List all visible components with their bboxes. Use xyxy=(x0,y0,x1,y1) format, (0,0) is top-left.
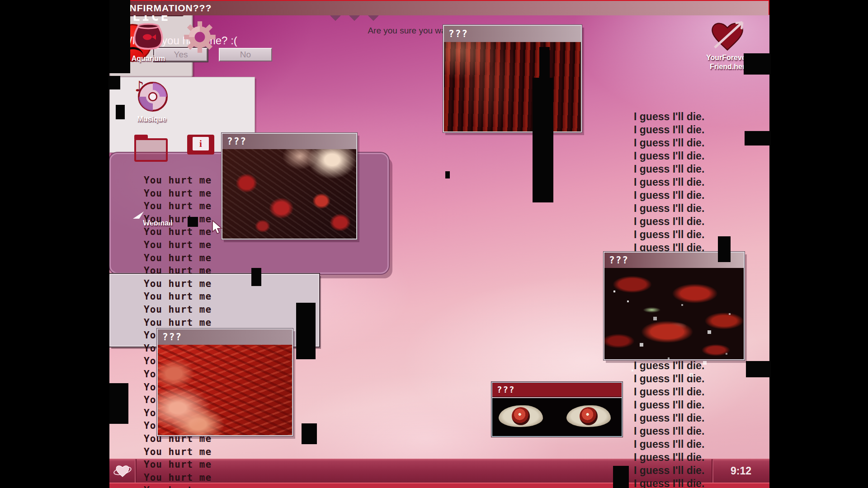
right-eye xyxy=(566,405,611,427)
die-line: I guess I'll die. xyxy=(634,230,704,240)
aquarium-icon[interactable]: Aquarium xyxy=(127,20,169,63)
border-jag xyxy=(116,105,125,119)
hurt-line: You hurt me xyxy=(144,266,212,276)
hurt-line: You hurt me xyxy=(144,202,212,211)
mystery-bottom-left-titlebar[interactable]: ??? xyxy=(158,329,292,345)
glitch-bar xyxy=(533,78,553,202)
die-line: I guess I'll die. xyxy=(634,151,704,161)
mystery-top-titlebar[interactable]: ??? xyxy=(444,26,581,42)
mystery-window-right: ??? xyxy=(604,252,745,360)
die-line: I guess I'll die. xyxy=(634,177,704,188)
send-arrow-icon xyxy=(133,211,144,219)
hurt-line: You hurt me xyxy=(144,473,212,483)
mystery-window-bottom-left: ??? xyxy=(157,328,293,436)
hurt-line: You hurt me xyxy=(144,176,212,185)
flesh-image-top xyxy=(444,42,581,131)
glitch-bar xyxy=(188,217,198,227)
glitch-bar xyxy=(539,47,550,79)
info-floppy-icon[interactable]: i xyxy=(187,135,214,155)
glitch-bar xyxy=(302,423,317,444)
die-line: I guess I'll die. xyxy=(634,190,704,201)
eyes-titlebar[interactable]: ??? xyxy=(492,383,622,397)
die-line: I guess I'll die. xyxy=(634,138,704,148)
mystery-top-title: ??? xyxy=(448,28,468,39)
die-line: I guess I'll die. xyxy=(634,203,704,214)
start-button[interactable] xyxy=(109,459,137,483)
die-line: I guess I'll die. xyxy=(634,125,704,135)
hurt-line: You hurt me xyxy=(144,460,212,469)
hurt-line: You hurt me xyxy=(144,253,212,263)
die-line: I guess I'll die. xyxy=(634,400,704,410)
musique-icon[interactable]: ♪ Musique xyxy=(131,80,173,124)
settings-icon[interactable] xyxy=(182,20,218,56)
confirmation-titlebar[interactable]: CONFIRMATION??? xyxy=(110,1,769,15)
flesh-image-bottom-left xyxy=(158,345,292,435)
folder-icon[interactable] xyxy=(134,138,168,162)
die-line: I guess I'll die. xyxy=(634,387,704,397)
mystery-right-title: ??? xyxy=(609,255,629,266)
die-line: I guess I'll die. xyxy=(634,164,704,174)
cd-icon: ♪ xyxy=(133,80,171,113)
die-line: I guess I'll die. xyxy=(634,216,704,227)
die-line: I guess I'll die. xyxy=(634,439,704,450)
hurt-line: You hurt me xyxy=(144,318,212,328)
glitch-bar xyxy=(251,268,261,286)
glitch-bar xyxy=(613,466,629,488)
die-line: I guess I'll die. xyxy=(634,361,704,371)
die-line: I guess I'll die. xyxy=(634,426,704,436)
die-line: I guess I'll die. xyxy=(634,413,704,423)
no-button[interactable]: No xyxy=(219,48,272,61)
hurt-line: You hurt me xyxy=(144,279,212,289)
border-jag xyxy=(746,361,771,377)
die-line: I guess I'll die. xyxy=(634,479,704,488)
border-jag xyxy=(744,53,771,75)
mystery-window-left: ??? xyxy=(222,133,357,239)
fishbowl-icon xyxy=(129,20,168,52)
glitch-pixels xyxy=(613,291,615,292)
glitch-bar xyxy=(718,236,731,262)
left-eye xyxy=(499,405,543,427)
hurt-line: You hurt me xyxy=(144,240,212,250)
start-heart-icon xyxy=(113,463,132,479)
eyes-image xyxy=(492,398,622,436)
glitch-bar xyxy=(296,303,316,359)
die-line: I guess I'll die. xyxy=(634,465,704,476)
no-label: No xyxy=(240,50,251,60)
eyes-window: ??? xyxy=(491,382,623,437)
flesh-image-right xyxy=(604,268,744,359)
heart-arrow-icon xyxy=(707,20,748,52)
border-jag xyxy=(745,131,771,145)
mouse-cursor-icon xyxy=(212,221,222,235)
aquarium-label: Aquarium xyxy=(127,54,169,63)
border-jag xyxy=(109,0,130,73)
mystery-bottom-left-title: ??? xyxy=(162,332,182,343)
mystery-left-title: ??? xyxy=(227,136,247,147)
desktop: Aquarium ♪ Musique i xyxy=(109,0,769,488)
clock-text: 9:12 xyxy=(731,465,751,477)
die-line: I guess I'll die. xyxy=(634,452,704,463)
info-glyph: i xyxy=(193,137,209,150)
mystery-left-titlebar[interactable]: ??? xyxy=(222,134,356,149)
right-iris xyxy=(580,407,598,425)
flesh-image-left xyxy=(222,149,356,239)
hurt-line: You hurt me xyxy=(144,486,212,488)
musique-label: Musique xyxy=(131,115,173,124)
hurt-line: You hurt me xyxy=(144,292,212,301)
eyes-title: ??? xyxy=(497,385,515,394)
glitch-bar xyxy=(445,171,450,178)
hurt-line: You hurt me xyxy=(144,189,212,198)
svg-text:♪: ♪ xyxy=(135,80,144,95)
die-line: I guess I'll die. xyxy=(634,374,704,384)
taskbar-clock[interactable]: 9:12 xyxy=(712,459,769,483)
die-line: I guess I'll die. xyxy=(634,112,704,122)
hurt-line: You hurt me xyxy=(144,215,212,224)
hurt-line: You hurt me xyxy=(144,447,212,457)
border-jag xyxy=(108,76,120,89)
gear-icon xyxy=(182,20,217,54)
hurt-line: You hurt me xyxy=(144,305,212,314)
border-jag xyxy=(109,383,128,424)
hurt-line: You hurt me xyxy=(144,227,212,237)
mystery-window-top: ??? xyxy=(443,25,582,132)
left-iris xyxy=(512,407,530,425)
